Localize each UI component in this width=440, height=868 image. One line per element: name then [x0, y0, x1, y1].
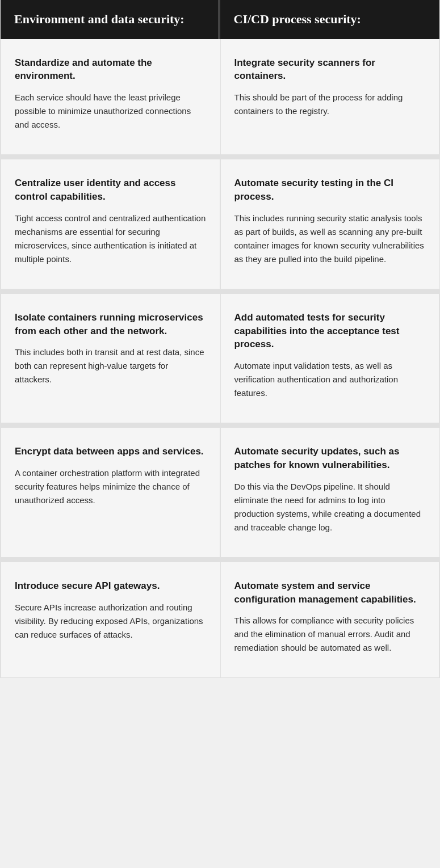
cell-5-left: Introduce secure API gateways. Secure AP… [1, 562, 220, 679]
separator-1 [1, 155, 439, 159]
cell-2-right-body: This includes running security static an… [234, 212, 426, 266]
cell-3-left: Isolate containers running microservices… [1, 294, 220, 423]
cell-3-right-body: Automate input validation tests, as well… [234, 359, 426, 400]
cell-5-right-title: Automate system and service configuratio… [234, 579, 426, 606]
cell-1-right-title: Integrate security scanners for containe… [234, 56, 426, 83]
cell-1-left-body: Each service should have the least privi… [15, 91, 207, 132]
cell-1-right: Integrate security scanners for containe… [220, 39, 440, 155]
cell-3-right-title: Add automated tests for security capabil… [234, 311, 426, 351]
cell-4-left-body: A container orchestration platform with … [15, 466, 206, 507]
main-grid: Environment and data security: CI/CD pro… [0, 0, 440, 678]
cell-4-right-body: Do this via the DevOps pipeline. It shou… [234, 480, 426, 534]
cell-3-right: Add automated tests for security capabil… [220, 294, 440, 423]
cell-2-left-title: Centralize user identity and access cont… [15, 176, 206, 204]
cell-2-right: Automate security testing in the CI proc… [220, 159, 440, 289]
cell-1-left: Standardize and automate the environment… [1, 39, 220, 155]
cell-4-left: Encrypt data between apps and services. … [1, 428, 220, 558]
cell-5-right-body: This allows for compliance with security… [234, 614, 426, 655]
cell-1-left-title: Standardize and automate the environment… [15, 56, 207, 83]
cell-3-left-body: This includes both in transit and at res… [15, 345, 207, 386]
cell-5-left-body: Secure APIs increase authorization and r… [15, 601, 207, 642]
header-left: Environment and data security: [1, 0, 220, 39]
cell-5-right: Automate system and service configuratio… [220, 562, 440, 679]
cell-4-right-title: Automate security updates, such as patch… [234, 445, 426, 472]
cell-4-right: Automate security updates, such as patch… [220, 428, 440, 558]
cell-2-left: Centralize user identity and access cont… [1, 159, 220, 289]
separator-4 [1, 558, 439, 562]
cell-2-left-body: Tight access control and centralized aut… [15, 212, 206, 266]
cell-2-right-title: Automate security testing in the CI proc… [234, 176, 426, 204]
cell-5-left-title: Introduce secure API gateways. [15, 579, 207, 593]
header-left-text: Environment and data security: [14, 12, 185, 26]
separator-2 [1, 289, 439, 294]
separator-3 [1, 423, 439, 428]
cell-4-left-title: Encrypt data between apps and services. [15, 445, 206, 458]
header-right: CI/CD process security: [220, 0, 440, 39]
header-right-text: CI/CD process security: [234, 12, 361, 26]
cell-3-left-title: Isolate containers running microservices… [15, 311, 207, 338]
cell-1-right-body: This should be part of the process for a… [234, 91, 426, 118]
